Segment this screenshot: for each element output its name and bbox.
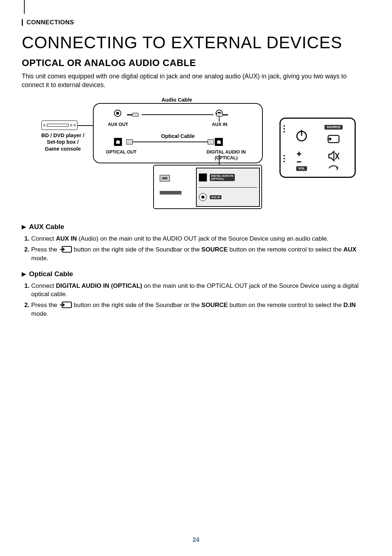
optical-cable-heading-text: Optical Cable [29, 270, 73, 278]
optical-step2-prefix: Press the [31, 302, 59, 308]
aux-step2-mode: AUX [343, 246, 356, 253]
optical-step2-mode: D.IN [343, 302, 356, 308]
optical-cable-icon [133, 142, 208, 142]
aux-step1-rest: (Audio) on the main unit to the AUDIO OU… [77, 235, 328, 242]
aux-step2-prefix: Press the [31, 246, 59, 253]
aux-out-label: AUX OUT [103, 122, 132, 128]
rear-optical-port-icon [199, 173, 207, 181]
optical-step2-source: SOURCE [201, 302, 228, 308]
header-rule [24, 0, 25, 14]
panel-source-button[interactable]: SOURCE [318, 123, 350, 148]
source-pill-label: SOURCE [324, 125, 343, 130]
soundbar-rear-panel: DIGITAL AUDIO IN (OPTICAL) AUX IN [153, 165, 262, 209]
optical-cable-plug-left-icon [126, 139, 133, 144]
optical-out-label: OPTICAL OUT [99, 150, 143, 155]
triangle-bullet-icon: ▶ [22, 224, 26, 230]
vol-pill-label: VOL [296, 166, 307, 171]
aux-in-label: AUX IN [205, 122, 234, 128]
optical-steps-list: Connect DIGITAL AUDIO IN (OPTICAL) on th… [22, 282, 370, 318]
page-content: CONNECTIONS CONNECTING TO EXTERNAL DEVIC… [0, 0, 392, 318]
aux-steps-list: Connect AUX IN (Audio) on the main unit … [22, 234, 370, 262]
rear-optical-port: DIGITAL AUDIO IN (OPTICAL) [199, 173, 257, 181]
optical-cable-label: Optical Cable [149, 133, 207, 139]
aux-cable-connector-line [219, 117, 220, 122]
page-number: 24 [0, 536, 392, 544]
intro-paragraph: This unit comes equipped with one digita… [22, 72, 370, 89]
aux-cable-heading-text: AUX Cable [29, 223, 64, 230]
soundbar-control-panel: SOURCE VOL [279, 118, 356, 178]
panel-volume-button[interactable]: VOL [286, 148, 318, 172]
digital-audio-in-label: DIGITAL AUDIO IN (OPTICAL) [195, 150, 257, 161]
connection-diagram: Audio Cable (not supplied) AUX OUT AUX I… [36, 97, 356, 213]
aux-step2-source: SOURCE [201, 246, 228, 253]
triangle-bullet-icon: ▶ [22, 271, 26, 277]
page-title: CONNECTING TO EXTERNAL DEVICES [22, 33, 370, 52]
optical-step2-mid1: button on the right side of the Soundbar… [72, 302, 201, 308]
rear-aux-port: AUX IN [199, 193, 257, 201]
rear-aux-port-icon [199, 193, 207, 201]
rear-aux-port-label: AUX IN [210, 195, 221, 199]
optical-cable-plug-right-icon [208, 139, 214, 144]
section-label-bar [22, 19, 23, 26]
optical-step-2: Press the button on the right side of th… [31, 301, 370, 318]
optical-step2-mid2: button on the remote control to select t… [228, 302, 343, 308]
panel-mute-and-repeat[interactable] [318, 148, 350, 172]
optical-step2-end: mode. [31, 310, 48, 317]
power-icon [294, 128, 309, 143]
optical-cable-heading: ▶Optical Cable [22, 270, 370, 278]
source-device-icon [41, 120, 78, 130]
digital-audio-in-jack-icon [215, 138, 223, 146]
audio-cable-icon [127, 113, 228, 117]
rear-optical-port-label: DIGITAL AUDIO IN (OPTICAL) [210, 174, 235, 181]
aux-step2-mid1: button on the right side of the Soundbar… [72, 246, 201, 253]
mute-icon [326, 148, 341, 164]
optical-step1-bold: DIGITAL AUDIO IN (OPTICAL) [56, 282, 142, 289]
aux-step1-prefix: Connect [31, 235, 56, 242]
aux-step2-mid2: button on the remote control to select t… [228, 246, 343, 253]
aux-step-1: Connect AUX IN (Audio) on the main unit … [31, 234, 370, 243]
volume-plus-minus-icon [294, 150, 309, 165]
repeat-icon [326, 165, 341, 172]
device-label: BD / DVD player / Set-top box / Game con… [36, 132, 89, 152]
optical-step1-prefix: Connect [31, 282, 56, 289]
rear-micro-usb-icon [160, 175, 170, 181]
aux-step-2: Press the button on the right side of th… [31, 245, 370, 263]
section-label: CONNECTIONS [26, 19, 74, 26]
optical-step-1: Connect DIGITAL AUDIO IN (OPTICAL) on th… [31, 282, 370, 299]
optical-out-jack-icon [114, 138, 122, 146]
device-connector-line [78, 125, 93, 126]
rear-slot-icon [160, 191, 181, 195]
source-button-inline-icon [59, 301, 72, 308]
aux-step1-aux-in: AUX IN [56, 235, 77, 242]
section-label-row: CONNECTIONS [22, 19, 370, 26]
source-icon [326, 131, 341, 146]
source-button-inline-icon [59, 246, 72, 253]
aux-step2-end: mode. [31, 255, 48, 262]
rear-port-group: DIGITAL AUDIO IN (OPTICAL) AUX IN [196, 168, 260, 207]
section-heading: OPTICAL OR ANALOG AUDIO CABLE [22, 57, 370, 69]
panel-power-button[interactable] [286, 123, 318, 148]
aux-cable-heading: ▶AUX Cable [22, 223, 370, 231]
